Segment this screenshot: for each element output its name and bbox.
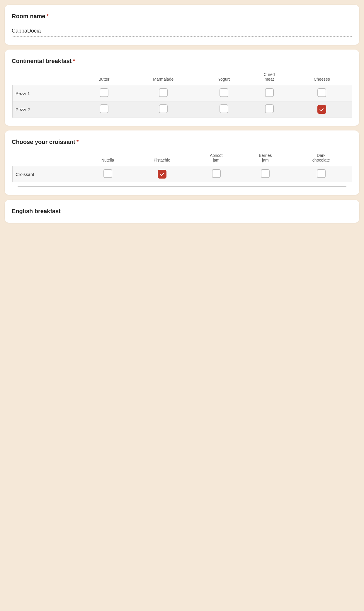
continental-breakfast-label: Continental breakfast*: [12, 58, 352, 65]
checkbox-0-0[interactable]: [100, 88, 108, 97]
col-header-cured-meat: Curedmeat: [247, 70, 291, 85]
continental-breakfast-table: Butter Marmalade Yogurt Curedmeat Cheese…: [12, 70, 352, 118]
english-breakfast-label: English breakfast: [12, 208, 352, 215]
croissant-cell-0-0[interactable]: [83, 166, 132, 182]
checkbox-1-4[interactable]: [317, 105, 326, 114]
col-header-dark-chocolate: Darkchocolate: [290, 151, 352, 166]
croissant-checkbox-0-2[interactable]: [212, 169, 221, 178]
col-header-marmalade: Marmalade: [126, 70, 201, 85]
col-header-butter: Butter: [82, 70, 126, 85]
checkbox-0-2[interactable]: [220, 88, 228, 97]
cell-0-0[interactable]: [82, 85, 126, 101]
croissant-cell-0-4[interactable]: [290, 166, 352, 182]
checkbox-1-2[interactable]: [220, 104, 228, 113]
croissant-required-star: *: [76, 139, 79, 145]
croissant-row-label: Croissant: [12, 166, 84, 182]
croissant-checkbox-0-0[interactable]: [103, 169, 112, 178]
cell-0-3[interactable]: [247, 85, 291, 101]
col-header-pistachio: Pistachio: [132, 151, 192, 166]
continental-breakfast-text: Continental breakfast: [12, 58, 72, 64]
croissant-cell-0-3[interactable]: [241, 166, 290, 182]
croissant-checkbox-0-3[interactable]: [261, 169, 270, 178]
cell-1-0[interactable]: [82, 101, 126, 118]
room-name-text: Room name: [12, 13, 45, 19]
checkbox-0-4[interactable]: [317, 88, 326, 97]
continental-breakfast-header-row: Butter Marmalade Yogurt Curedmeat Cheese…: [12, 70, 353, 85]
room-name-required-star: *: [46, 13, 49, 19]
cell-1-2[interactable]: [201, 101, 247, 118]
cell-0-1[interactable]: [126, 85, 201, 101]
table-row: Pezzi 1: [12, 85, 353, 101]
room-name-input[interactable]: [12, 26, 352, 37]
col-header-nutella: Nutella: [83, 151, 132, 166]
cell-1-3[interactable]: [247, 101, 291, 118]
croissant-cell-0-2[interactable]: [192, 166, 241, 182]
croissant-header-row: Nutella Pistachio Apricotjam Berriesjam …: [12, 151, 353, 166]
checkbox-0-1[interactable]: [159, 88, 168, 97]
col-header-apricot-jam: Apricotjam: [192, 151, 241, 166]
croissant-scroll-wrapper[interactable]: Nutella Pistachio Apricotjam Berriesjam …: [12, 151, 352, 187]
checkbox-0-3[interactable]: [265, 88, 274, 97]
col-header-cheeses: Cheeses: [291, 70, 352, 85]
row-label-pezzi-1: Pezzi 1: [12, 85, 82, 101]
english-breakfast-card: English breakfast: [5, 200, 359, 223]
croissant-checkbox-0-1[interactable]: [158, 170, 166, 179]
croissant-table: Nutella Pistachio Apricotjam Berriesjam …: [12, 151, 352, 182]
croissant-card: Choose your croissant* Nutella Pistachio…: [5, 130, 359, 195]
row-label-pezzi-2: Pezzi 2: [12, 101, 82, 118]
croissant-text: Choose your croissant: [12, 139, 75, 145]
cell-0-4[interactable]: [291, 85, 352, 101]
cell-1-1[interactable]: [126, 101, 201, 118]
table-row: Croissant: [12, 166, 353, 182]
cell-1-4[interactable]: [291, 101, 352, 118]
continental-breakfast-card: Continental breakfast* Butter Marmalade …: [5, 50, 359, 126]
scroll-indicator: [18, 186, 346, 187]
croissant-label: Choose your croissant*: [12, 139, 352, 145]
checkbox-1-0[interactable]: [100, 104, 108, 113]
col-header-yogurt: Yogurt: [201, 70, 247, 85]
table-row: Pezzi 2: [12, 101, 353, 118]
cell-0-2[interactable]: [201, 85, 247, 101]
continental-empty-header: [12, 70, 82, 85]
continental-breakfast-required-star: *: [73, 58, 75, 64]
croissant-cell-0-1[interactable]: [132, 166, 192, 182]
room-name-card: Room name*: [5, 5, 359, 45]
room-name-label: Room name*: [12, 13, 352, 20]
croissant-checkbox-0-4[interactable]: [317, 169, 326, 178]
col-header-berries-jam: Berriesjam: [241, 151, 290, 166]
checkbox-1-1[interactable]: [159, 104, 168, 113]
checkbox-1-3[interactable]: [265, 104, 274, 113]
croissant-empty-header: [12, 151, 84, 166]
